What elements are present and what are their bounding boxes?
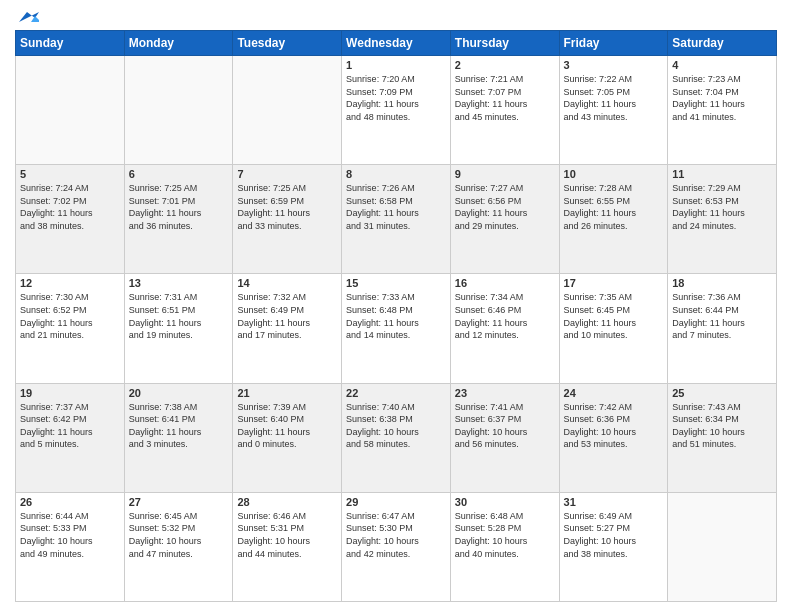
col-header-tuesday: Tuesday — [233, 31, 342, 56]
calendar-cell — [233, 56, 342, 165]
day-number: 7 — [237, 168, 337, 180]
day-number: 10 — [564, 168, 664, 180]
page: SundayMondayTuesdayWednesdayThursdayFrid… — [0, 0, 792, 612]
calendar-cell: 26Sunrise: 6:44 AM Sunset: 5:33 PM Dayli… — [16, 492, 125, 601]
day-info: Sunrise: 7:37 AM Sunset: 6:42 PM Dayligh… — [20, 401, 120, 451]
calendar-cell: 29Sunrise: 6:47 AM Sunset: 5:30 PM Dayli… — [342, 492, 451, 601]
calendar-cell: 2Sunrise: 7:21 AM Sunset: 7:07 PM Daylig… — [450, 56, 559, 165]
calendar-table: SundayMondayTuesdayWednesdayThursdayFrid… — [15, 30, 777, 602]
day-number: 25 — [672, 387, 772, 399]
col-header-sunday: Sunday — [16, 31, 125, 56]
day-info: Sunrise: 7:22 AM Sunset: 7:05 PM Dayligh… — [564, 73, 664, 123]
day-info: Sunrise: 7:23 AM Sunset: 7:04 PM Dayligh… — [672, 73, 772, 123]
calendar-week-row: 12Sunrise: 7:30 AM Sunset: 6:52 PM Dayli… — [16, 274, 777, 383]
header — [15, 10, 777, 22]
calendar-cell: 25Sunrise: 7:43 AM Sunset: 6:34 PM Dayli… — [668, 383, 777, 492]
calendar-cell: 14Sunrise: 7:32 AM Sunset: 6:49 PM Dayli… — [233, 274, 342, 383]
day-number: 19 — [20, 387, 120, 399]
calendar-cell: 21Sunrise: 7:39 AM Sunset: 6:40 PM Dayli… — [233, 383, 342, 492]
day-info: Sunrise: 7:35 AM Sunset: 6:45 PM Dayligh… — [564, 291, 664, 341]
day-info: Sunrise: 7:39 AM Sunset: 6:40 PM Dayligh… — [237, 401, 337, 451]
calendar-cell: 1Sunrise: 7:20 AM Sunset: 7:09 PM Daylig… — [342, 56, 451, 165]
calendar-cell: 13Sunrise: 7:31 AM Sunset: 6:51 PM Dayli… — [124, 274, 233, 383]
day-number: 15 — [346, 277, 446, 289]
day-info: Sunrise: 6:45 AM Sunset: 5:32 PM Dayligh… — [129, 510, 229, 560]
day-number: 17 — [564, 277, 664, 289]
day-info: Sunrise: 7:30 AM Sunset: 6:52 PM Dayligh… — [20, 291, 120, 341]
day-number: 4 — [672, 59, 772, 71]
day-info: Sunrise: 7:27 AM Sunset: 6:56 PM Dayligh… — [455, 182, 555, 232]
day-number: 16 — [455, 277, 555, 289]
calendar-cell: 17Sunrise: 7:35 AM Sunset: 6:45 PM Dayli… — [559, 274, 668, 383]
col-header-monday: Monday — [124, 31, 233, 56]
day-info: Sunrise: 7:21 AM Sunset: 7:07 PM Dayligh… — [455, 73, 555, 123]
day-number: 14 — [237, 277, 337, 289]
calendar-cell: 6Sunrise: 7:25 AM Sunset: 7:01 PM Daylig… — [124, 165, 233, 274]
calendar-cell: 11Sunrise: 7:29 AM Sunset: 6:53 PM Dayli… — [668, 165, 777, 274]
calendar-cell: 23Sunrise: 7:41 AM Sunset: 6:37 PM Dayli… — [450, 383, 559, 492]
day-number: 5 — [20, 168, 120, 180]
calendar-cell: 30Sunrise: 6:48 AM Sunset: 5:28 PM Dayli… — [450, 492, 559, 601]
calendar-cell: 28Sunrise: 6:46 AM Sunset: 5:31 PM Dayli… — [233, 492, 342, 601]
day-info: Sunrise: 7:26 AM Sunset: 6:58 PM Dayligh… — [346, 182, 446, 232]
day-number: 13 — [129, 277, 229, 289]
day-number: 6 — [129, 168, 229, 180]
day-info: Sunrise: 7:41 AM Sunset: 6:37 PM Dayligh… — [455, 401, 555, 451]
calendar-cell: 7Sunrise: 7:25 AM Sunset: 6:59 PM Daylig… — [233, 165, 342, 274]
day-number: 21 — [237, 387, 337, 399]
calendar-cell: 8Sunrise: 7:26 AM Sunset: 6:58 PM Daylig… — [342, 165, 451, 274]
day-info: Sunrise: 7:32 AM Sunset: 6:49 PM Dayligh… — [237, 291, 337, 341]
day-info: Sunrise: 7:43 AM Sunset: 6:34 PM Dayligh… — [672, 401, 772, 451]
calendar-cell — [124, 56, 233, 165]
day-info: Sunrise: 6:44 AM Sunset: 5:33 PM Dayligh… — [20, 510, 120, 560]
calendar-cell — [668, 492, 777, 601]
col-header-friday: Friday — [559, 31, 668, 56]
day-number: 1 — [346, 59, 446, 71]
calendar-week-row: 5Sunrise: 7:24 AM Sunset: 7:02 PM Daylig… — [16, 165, 777, 274]
calendar-cell — [16, 56, 125, 165]
calendar-cell: 3Sunrise: 7:22 AM Sunset: 7:05 PM Daylig… — [559, 56, 668, 165]
day-number: 18 — [672, 277, 772, 289]
day-info: Sunrise: 7:34 AM Sunset: 6:46 PM Dayligh… — [455, 291, 555, 341]
day-info: Sunrise: 6:49 AM Sunset: 5:27 PM Dayligh… — [564, 510, 664, 560]
calendar-cell: 4Sunrise: 7:23 AM Sunset: 7:04 PM Daylig… — [668, 56, 777, 165]
day-info: Sunrise: 7:28 AM Sunset: 6:55 PM Dayligh… — [564, 182, 664, 232]
calendar-cell: 10Sunrise: 7:28 AM Sunset: 6:55 PM Dayli… — [559, 165, 668, 274]
day-number: 31 — [564, 496, 664, 508]
day-info: Sunrise: 7:25 AM Sunset: 6:59 PM Dayligh… — [237, 182, 337, 232]
day-number: 2 — [455, 59, 555, 71]
day-info: Sunrise: 7:29 AM Sunset: 6:53 PM Dayligh… — [672, 182, 772, 232]
calendar-cell: 12Sunrise: 7:30 AM Sunset: 6:52 PM Dayli… — [16, 274, 125, 383]
calendar-cell: 27Sunrise: 6:45 AM Sunset: 5:32 PM Dayli… — [124, 492, 233, 601]
day-info: Sunrise: 7:33 AM Sunset: 6:48 PM Dayligh… — [346, 291, 446, 341]
day-info: Sunrise: 7:42 AM Sunset: 6:36 PM Dayligh… — [564, 401, 664, 451]
day-number: 8 — [346, 168, 446, 180]
calendar-cell: 24Sunrise: 7:42 AM Sunset: 6:36 PM Dayli… — [559, 383, 668, 492]
calendar-week-row: 26Sunrise: 6:44 AM Sunset: 5:33 PM Dayli… — [16, 492, 777, 601]
day-number: 12 — [20, 277, 120, 289]
calendar-cell: 20Sunrise: 7:38 AM Sunset: 6:41 PM Dayli… — [124, 383, 233, 492]
day-info: Sunrise: 7:40 AM Sunset: 6:38 PM Dayligh… — [346, 401, 446, 451]
logo — [15, 10, 39, 22]
day-info: Sunrise: 6:46 AM Sunset: 5:31 PM Dayligh… — [237, 510, 337, 560]
day-number: 11 — [672, 168, 772, 180]
day-info: Sunrise: 7:20 AM Sunset: 7:09 PM Dayligh… — [346, 73, 446, 123]
day-number: 27 — [129, 496, 229, 508]
calendar-week-row: 19Sunrise: 7:37 AM Sunset: 6:42 PM Dayli… — [16, 383, 777, 492]
calendar-cell: 22Sunrise: 7:40 AM Sunset: 6:38 PM Dayli… — [342, 383, 451, 492]
svg-marker-1 — [31, 16, 39, 22]
day-number: 23 — [455, 387, 555, 399]
logo-icon — [17, 10, 39, 24]
day-info: Sunrise: 7:25 AM Sunset: 7:01 PM Dayligh… — [129, 182, 229, 232]
calendar-week-row: 1Sunrise: 7:20 AM Sunset: 7:09 PM Daylig… — [16, 56, 777, 165]
day-number: 22 — [346, 387, 446, 399]
calendar-cell: 18Sunrise: 7:36 AM Sunset: 6:44 PM Dayli… — [668, 274, 777, 383]
day-number: 26 — [20, 496, 120, 508]
day-info: Sunrise: 7:38 AM Sunset: 6:41 PM Dayligh… — [129, 401, 229, 451]
calendar-cell: 31Sunrise: 6:49 AM Sunset: 5:27 PM Dayli… — [559, 492, 668, 601]
calendar-cell: 9Sunrise: 7:27 AM Sunset: 6:56 PM Daylig… — [450, 165, 559, 274]
calendar-cell: 5Sunrise: 7:24 AM Sunset: 7:02 PM Daylig… — [16, 165, 125, 274]
day-number: 29 — [346, 496, 446, 508]
day-number: 30 — [455, 496, 555, 508]
day-number: 28 — [237, 496, 337, 508]
